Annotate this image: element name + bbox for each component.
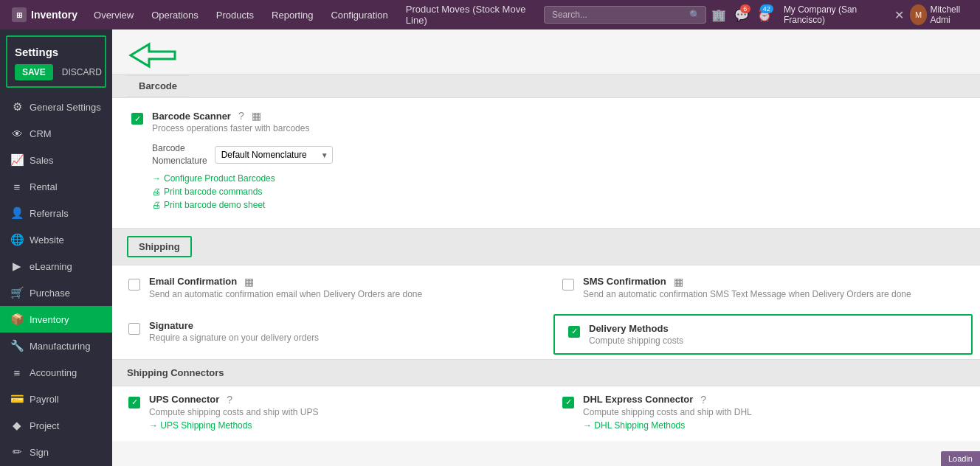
sidebar-item-rental[interactable]: ≡ Rental xyxy=(0,173,112,200)
sidebar-item-label: Sign xyxy=(30,447,49,458)
user-avatar[interactable]: M xyxy=(910,4,928,25)
sidebar-item-sign[interactable]: ✏ Sign xyxy=(0,439,112,465)
nav-configuration[interactable]: Configuration xyxy=(323,5,395,25)
nav-clock-icon[interactable]: ⏰ 42 xyxy=(755,3,775,27)
barcode-section-header-row: Barcode xyxy=(112,74,980,98)
dhl-label: DHL Express Connector xyxy=(583,394,693,405)
nomenclature-select[interactable]: Default Nomenclature xyxy=(215,146,333,164)
crm-icon: 👁 xyxy=(10,127,24,140)
manufacturing-icon: 🔧 xyxy=(10,339,24,352)
logo-grid-icon: ⊞ xyxy=(12,7,27,22)
accounting-icon: ≡ xyxy=(10,366,24,379)
delivery-methods-info: Delivery Methods Compute shipping costs xyxy=(589,323,683,346)
email-confirmation-checkbox[interactable] xyxy=(127,277,142,292)
barcode-scanner-checkbox[interactable]: ✓ xyxy=(130,111,145,126)
sidebar-item-accounting[interactable]: ≡ Accounting xyxy=(0,359,112,386)
email-confirmation-desc: Send an automatic confirmation email whe… xyxy=(149,289,422,299)
print-commands-link[interactable]: 🖨 Print barcode commands xyxy=(152,187,962,197)
nav-operations[interactable]: Operations xyxy=(144,5,206,25)
sidebar-item-website[interactable]: 🌐 Website xyxy=(0,226,112,253)
sidebar-settings-header: Settings SAVE DISCARD xyxy=(6,35,106,88)
purchase-icon: 🛒 xyxy=(10,286,24,299)
ups-checkbox[interactable]: ✓ xyxy=(127,395,142,410)
close-icon[interactable]: ✕ xyxy=(891,8,907,22)
sidebar-item-label: Payroll xyxy=(30,394,59,405)
barcode-scanner-label: Barcode Scanner xyxy=(152,111,231,122)
discard-button[interactable]: DISCARD xyxy=(58,64,106,80)
dhl-checkbox[interactable]: ✓ xyxy=(561,395,576,410)
nav-overview[interactable]: Overview xyxy=(86,5,141,25)
email-confirmation-label: Email Confirmation xyxy=(149,276,237,287)
nav-chat-icon[interactable]: 💬 6 xyxy=(732,3,752,27)
sidebar-item-label: Accounting xyxy=(30,367,77,378)
app-logo[interactable]: ⊞ Inventory xyxy=(6,7,83,22)
barcode-nomenclature-row: Barcode Nomenclature Default Nomenclatur… xyxy=(152,142,962,167)
sidebar-item-inventory[interactable]: 📦 Inventory xyxy=(0,306,112,333)
ups-link-text: → UPS Shipping Methods xyxy=(149,420,252,431)
sidebar-item-project[interactable]: ◆ Project xyxy=(0,412,112,439)
sidebar-item-sales[interactable]: 📈 Sales xyxy=(0,147,112,173)
loading-bar: Loadin xyxy=(941,451,980,466)
nomenclature-select-wrap: Default Nomenclature ▼ xyxy=(215,146,333,164)
sidebar-item-label: Inventory xyxy=(30,314,69,325)
shipping-section-highlight-box: Shipping xyxy=(127,236,192,257)
sidebar-item-general[interactable]: ⚙ General Settings xyxy=(0,94,112,120)
sidebar-item-elearning[interactable]: ▶ eLearning xyxy=(0,253,112,279)
app-name: Inventory xyxy=(31,9,77,21)
connectors-section-title: Shipping Connectors xyxy=(127,366,965,380)
chat-badge: 6 xyxy=(740,4,750,13)
save-button[interactable]: SAVE xyxy=(15,64,53,80)
barcode-device-icon: ▦ xyxy=(252,110,261,122)
ups-shipping-methods-link[interactable]: → UPS Shipping Methods xyxy=(149,420,318,431)
sms-device-icon: ▦ xyxy=(674,276,683,288)
delivery-methods-cell-wrap: ✓ Delivery Methods Compute shipping cost… xyxy=(546,310,980,359)
shipping-section-title: Shipping xyxy=(139,241,180,252)
delivery-methods-checkbox[interactable]: ✓ xyxy=(567,324,582,339)
sidebar-item-purchase[interactable]: 🛒 Purchase xyxy=(0,279,112,306)
email-device-icon: ▦ xyxy=(244,276,254,288)
sidebar-item-manufacturing[interactable]: 🔧 Manufacturing xyxy=(0,333,112,359)
ups-help-icon[interactable]: ? xyxy=(227,394,232,406)
nav-products[interactable]: Products xyxy=(209,5,261,25)
connectors-content: ✓ UPS Connector ? Compute shipping costs… xyxy=(112,386,980,441)
top-navigation: ⊞ Inventory Overview Operations Products… xyxy=(0,0,980,29)
rental-icon: ≡ xyxy=(10,180,24,193)
delivery-methods-desc: Compute shipping costs xyxy=(589,335,683,346)
print-demo-link[interactable]: 🖨 Print barcode demo sheet xyxy=(152,200,962,210)
checkbox-unchecked-icon xyxy=(562,279,574,291)
configure-barcodes-link[interactable]: → Configure Product Barcodes xyxy=(152,173,962,184)
ups-label: UPS Connector xyxy=(149,394,219,405)
nav-product-moves[interactable]: Product Moves (Stock Move Line) xyxy=(398,0,538,30)
dhl-desc: Compute shipping costs and ship with DHL xyxy=(583,407,752,417)
svg-marker-0 xyxy=(131,44,175,66)
search-input[interactable] xyxy=(544,6,706,24)
connectors-grid: ✓ UPS Connector ? Compute shipping costs… xyxy=(112,386,980,441)
sms-confirmation-label: SMS Confirmation xyxy=(583,276,666,287)
print-commands-icon: 🖨 xyxy=(152,187,161,197)
shipping-grid: Email Confirmation ▦ Send an automatic c… xyxy=(112,265,980,359)
checkbox-checked-icon: ✓ xyxy=(128,397,140,408)
configure-barcodes-arrow-icon: → xyxy=(152,173,161,184)
dhl-shipping-methods-link[interactable]: → DHL Shipping Methods xyxy=(583,420,752,431)
company-name: My Company (San Francisco) xyxy=(778,4,888,25)
nav-reporting[interactable]: Reporting xyxy=(264,5,320,25)
signature-checkbox[interactable] xyxy=(127,321,142,336)
signature-info: Signature Require a signature on your de… xyxy=(149,320,319,343)
sidebar-item-referrals[interactable]: 👤 Referrals xyxy=(0,200,112,226)
nav-building-icon[interactable]: 🏢 xyxy=(709,3,729,27)
sidebar-item-label: Sales xyxy=(30,155,54,166)
sidebar-item-label: CRM xyxy=(30,128,52,139)
connectors-section-header-row: Shipping Connectors xyxy=(112,359,980,386)
ups-info: UPS Connector ? Compute shipping costs a… xyxy=(149,394,318,434)
barcode-help-icon[interactable]: ? xyxy=(238,110,244,122)
sidebar-item-crm[interactable]: 👁 CRM xyxy=(0,120,112,147)
sms-confirmation-checkbox[interactable] xyxy=(561,277,576,292)
checkbox-checked-icon: ✓ xyxy=(562,397,574,408)
sidebar-item-label: Website xyxy=(30,234,64,246)
main-content: Barcode ✓ Barcode Scanner ? ▦ Process op… xyxy=(112,29,980,466)
dhl-info: DHL Express Connector ? Compute shipping… xyxy=(583,394,752,434)
sidebar-item-payroll[interactable]: 💳 Payroll xyxy=(0,386,112,412)
checkbox-checked-icon: ✓ xyxy=(131,113,143,125)
barcode-section-title: Barcode xyxy=(127,75,189,97)
dhl-help-icon[interactable]: ? xyxy=(700,394,706,406)
